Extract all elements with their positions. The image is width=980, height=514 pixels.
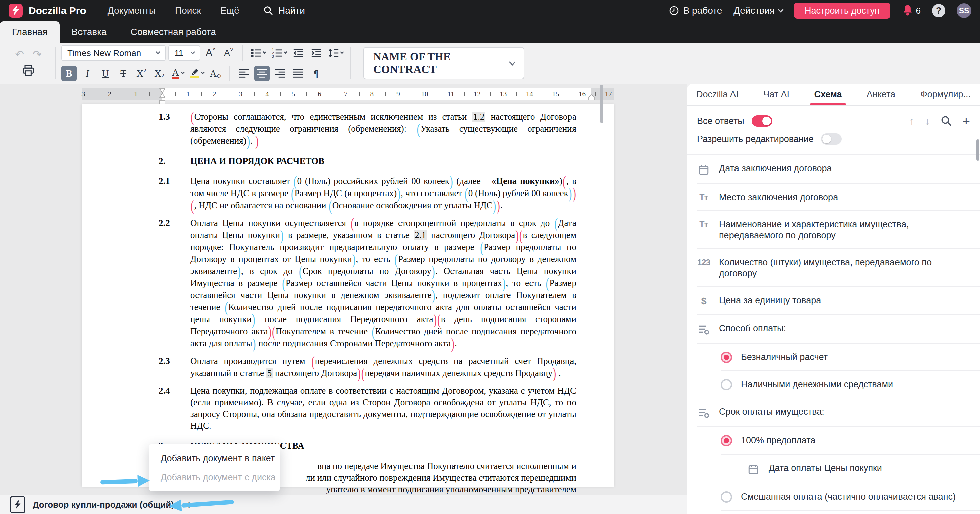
radio-unselected-icon[interactable] [721,379,732,390]
document-paragraph[interactable]: 2.2Оплата Цены покупки осуществляется (в… [159,217,576,350]
align-center-icon[interactable] [254,65,270,81]
panel-item[interactable]: Способ оплаты: [687,315,980,343]
ruler[interactable]: 1231234567891011121314151617 [82,88,614,100]
right-indent-marker-icon[interactable] [588,94,595,100]
doczilla-logo-icon[interactable] [9,4,23,18]
avatar[interactable]: SS [957,3,971,18]
document-body[interactable]: 1.3(Стороны соглашаются, что единственны… [82,104,614,495]
all-answers-toggle[interactable] [751,115,772,127]
panel-tab[interactable]: Чат AI [763,83,789,105]
strikethrough-button[interactable]: T [116,65,131,81]
panel-item[interactable]: Дата заключения договора [687,155,980,184]
arrow-down-icon[interactable]: ↓ [924,115,930,128]
actions-dropdown[interactable]: Действия [733,5,783,16]
field-bracket-open: ( [417,120,420,138]
ribbon-tab[interactable]: Совместная работа [119,21,228,43]
annotation-arrow-right [100,474,150,488]
font-family-select[interactable]: Times New Roman [62,45,165,61]
panel-item[interactable]: Безналичный расчет [687,343,980,371]
arrow-up-icon[interactable]: ↑ [909,115,915,128]
ribbon-tab[interactable]: Главная [0,21,60,43]
doczilla-app: Doczilla Pro ДокументыПоискЕщё Найти В р… [0,0,980,514]
font-color-button[interactable]: A [170,65,185,81]
decrease-indent-icon[interactable] [291,45,306,61]
panel-item[interactable]: TтМесто заключения договора [687,184,980,211]
panel-item[interactable]: $Цена за единицу товара [687,287,980,315]
undo-icon[interactable]: ↶ [15,49,24,59]
document-paragraph[interactable]: 1.3(Стороны соглашаются, что единственны… [159,111,576,147]
increase-font-icon[interactable]: A˄ [203,45,218,61]
panel-scrollbar[interactable] [976,139,979,161]
document-tab-label[interactable]: Договор купли-продажи (общий) [33,500,174,510]
toolbar-separator [350,47,351,79]
ruler-tick [471,94,471,94]
panel-item[interactable]: %Размер предоплаты по Договору в процент… [687,511,980,514]
font-size-select[interactable]: 11 [169,45,200,61]
ruler-tick [326,94,327,94]
bullet-list-icon[interactable] [249,45,267,61]
panel-tab[interactable]: Анкета [867,83,896,105]
justify-icon[interactable] [290,65,305,81]
increase-indent-icon[interactable] [309,45,324,61]
ruler-number: 17 [605,90,612,98]
status-in-progress[interactable]: В работе [669,5,722,16]
field-bracket-open: ( [372,323,375,340]
document-page[interactable]: 1.3(Стороны соглашаются, что единственны… [82,104,614,487]
panel-item[interactable]: TтНаименование и характеристика имуществ… [687,211,980,249]
highlight-color-button[interactable] [188,65,205,81]
panel-item[interactable]: Дата оплаты Цены покупки [687,455,980,483]
redo-icon[interactable]: ↷ [33,49,42,59]
ruler-tick [149,92,150,96]
allow-edit-toggle[interactable] [821,133,842,145]
print-icon[interactable] [22,64,35,77]
radio-selected-icon[interactable] [721,351,732,363]
document-paragraph[interactable]: 2.4Цена покупки, подлежащая оплате в соо… [159,385,576,432]
align-left-icon[interactable] [236,65,251,81]
panel-search-icon[interactable] [940,115,952,127]
notifications[interactable]: 6 [902,5,921,17]
radio-unselected-icon[interactable] [721,491,732,503]
global-search[interactable]: Найти [263,5,305,16]
document-bolt-icon[interactable] [10,496,25,513]
line-spacing-icon[interactable] [327,45,345,61]
underline-button[interactable]: U [97,65,113,81]
panel-item[interactable]: Срок оплаты имущества: [687,398,980,427]
help-button[interactable]: ? [932,4,945,18]
subscript-button[interactable]: X2 [152,65,167,81]
bold-button[interactable]: B [62,65,77,81]
panel-add-icon[interactable]: + [962,116,970,126]
decrease-font-icon[interactable]: A˅ [221,45,237,61]
app-title: Doczilla Pro [29,5,86,16]
header-menu-item[interactable]: Документы [108,5,156,16]
panel-item[interactable]: 123Количество (штуки) имущества, передав… [687,249,980,287]
align-right-icon[interactable] [272,65,288,81]
panel-tab[interactable]: Формулир... [920,83,970,105]
panel-tab[interactable]: Doczilla AI [697,83,738,105]
ruler-tick [385,92,386,96]
share-access-button[interactable]: Настроить доступ [794,3,891,19]
numbered-list-icon[interactable]: 123 [270,45,288,61]
indent-marker-icon[interactable] [159,88,166,105]
clear-formatting-button[interactable]: A◇ [208,65,223,81]
superscript-button[interactable]: X2 [134,65,149,81]
panel-item[interactable]: Наличными денежными средствами [687,371,980,398]
document-paragraph[interactable]: 2.1Цена покупки составляет (0 (Ноль) рос… [159,176,576,212]
document-heading[interactable]: 2.ЦЕНА И ПОРЯДОК РАСЧЕТОВ [159,155,576,167]
panel-item[interactable]: Смешанная оплата (частично оплачивается … [687,483,980,511]
ribbon-tab[interactable]: Вставка [60,21,119,43]
context-menu-item[interactable]: Добавить документ в пакет [161,453,268,463]
document-paragraph[interactable]: 2.3Оплата производится путем (перечислен… [159,355,576,379]
field-bracket-open: ( [480,239,483,256]
document-scrollbar[interactable] [600,85,603,123]
panel-tab[interactable]: Схема [814,83,842,105]
paragraph-style-select[interactable]: NAME OF THE CONTRACT [363,47,524,79]
italic-button[interactable]: I [80,65,95,81]
pilcrow-icon[interactable]: ¶ [308,65,324,81]
radio-selected-icon[interactable] [721,435,732,447]
header-menu-item[interactable]: Ещё [220,5,240,16]
panel-item[interactable]: 100% предоплата [687,427,980,455]
chevron-down-icon [181,70,185,74]
header-menu-item[interactable]: Поиск [175,5,201,16]
context-menu-item[interactable]: Добавить документ с диска [161,472,268,482]
choice-list-icon [697,407,710,419]
